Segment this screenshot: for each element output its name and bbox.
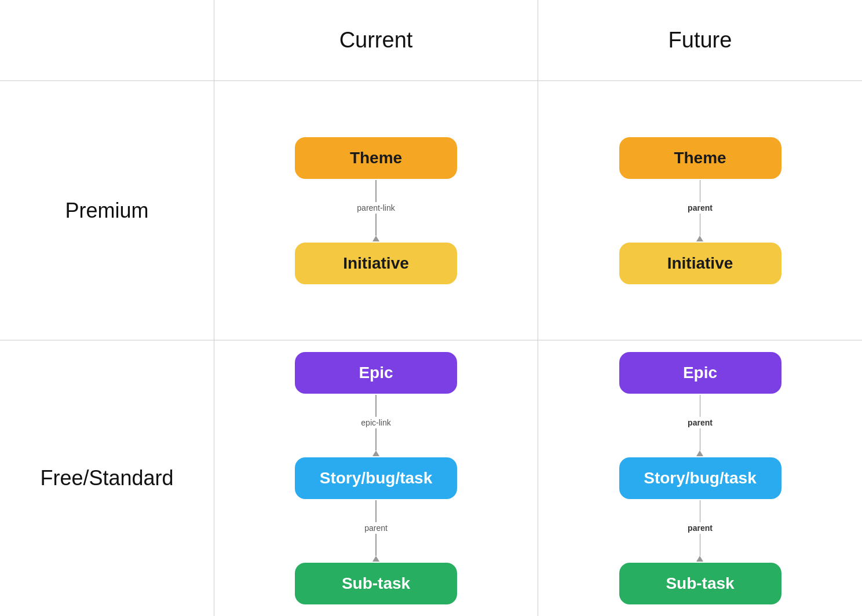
connector-line-7 [375,500,377,522]
node-epic-future: Epic [619,352,781,394]
node-story-future: Story/bug/task [619,457,781,499]
premium-future-stack: Theme parent Initiative [619,137,781,284]
connector-label-epic-link: epic-link [361,418,390,427]
connector-line-2 [375,214,377,236]
connector-theme-initiative-future: parent [688,180,713,241]
premium-row-label: Premium [0,81,214,340]
connector-arrow-up-6 [696,556,703,562]
connector-arrow-up-1 [372,236,379,241]
header-empty-cell [0,0,214,81]
connector-label-parent-link-1: parent-link [357,203,395,212]
connector-line-5 [375,395,377,417]
cell-free-future: Epic parent Story/bug/task parent Sub-ta… [538,340,862,616]
connector-line-6 [375,428,377,450]
connector-label-parent-bold-3: parent [688,523,713,533]
connector-line [375,180,377,202]
node-epic-current: Epic [295,352,457,394]
node-subtask-current: Sub-task [295,563,457,604]
cell-premium-current: Theme parent-link Initiative [214,81,538,340]
connector-line-12 [700,534,701,556]
free-current-stack: Epic epic-link Story/bug/task parent Sub… [295,352,457,604]
header-current: Current [214,0,538,81]
premium-label-text: Premium [65,199,148,223]
connector-story-subtask-current: parent [364,500,388,562]
connector-line-11 [700,500,701,522]
connector-label-parent-1: parent [364,523,388,533]
node-theme-future: Theme [619,137,781,179]
connector-epic-story-current: epic-link [361,395,390,456]
node-theme-current: Theme [295,137,457,179]
connector-epic-story-future: parent [688,395,713,456]
diagram-container: Current Future Premium Theme parent-link… [0,0,862,616]
connector-line-9 [700,395,701,417]
connector-line-8 [375,534,377,556]
connector-label-parent-bold-2: parent [688,418,713,427]
free-label-text: Free/Standard [40,466,173,490]
connector-label-parent-bold-1: parent [688,203,713,212]
node-initiative-current: Initiative [295,243,457,284]
future-title: Future [669,28,732,53]
connector-arrow-up-2 [696,236,703,241]
node-story-current: Story/bug/task [295,457,457,499]
connector-arrow-up-3 [372,450,379,456]
connector-arrow-up-5 [696,450,703,456]
connector-line-10 [700,428,701,450]
connector-line-3 [700,180,701,202]
connector-theme-initiative-current: parent-link [357,180,395,241]
premium-current-stack: Theme parent-link Initiative [295,137,457,284]
current-title: Current [339,28,413,53]
connector-story-subtask-future: parent [688,500,713,562]
connector-arrow-up-4 [372,556,379,562]
cell-free-current: Epic epic-link Story/bug/task parent Sub… [214,340,538,616]
node-initiative-future: Initiative [619,243,781,284]
cell-premium-future: Theme parent Initiative [538,81,862,340]
free-future-stack: Epic parent Story/bug/task parent Sub-ta… [619,352,781,604]
free-row-label: Free/Standard [0,340,214,616]
node-subtask-future: Sub-task [619,563,781,604]
connector-line-4 [700,214,701,236]
header-future: Future [538,0,862,81]
